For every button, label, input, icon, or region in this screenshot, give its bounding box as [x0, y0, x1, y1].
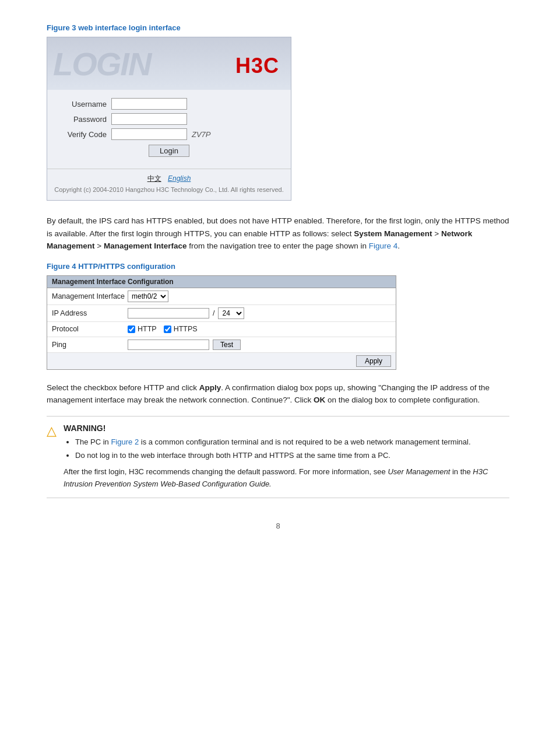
test-button[interactable]: Test [213, 340, 241, 350]
config-row-interface: Management Interface meth0/2 [47, 288, 396, 305]
login-box: LOGIN H3C Username Password Verify Code … [47, 37, 291, 201]
lang-zh[interactable]: 中文 [147, 174, 161, 183]
config-row-ping: Ping Test [47, 337, 396, 352]
verify-code-value: ZV7P [192, 130, 211, 139]
username-row: Username [59, 98, 279, 110]
h3c-logo: H3C [235, 54, 279, 78]
login-button[interactable]: Login [149, 145, 189, 157]
login-form-area: Username Password Verify Code ZV7P Login [47, 90, 291, 169]
http-checkbox[interactable] [128, 326, 135, 333]
password-label: Password [59, 115, 111, 124]
http-text: HTTP [138, 325, 157, 333]
password-input[interactable] [111, 113, 187, 125]
apply-row: Apply [47, 352, 396, 369]
config-label-interface: Management Interface [52, 292, 128, 300]
figure2-link[interactable]: Figure 2 [111, 438, 139, 446]
config-value-interface[interactable]: meth0/2 [128, 290, 391, 302]
user-management-ref: User Management [388, 467, 450, 476]
https-label[interactable]: HTTPS [164, 325, 198, 333]
verify-code-input[interactable] [111, 128, 187, 140]
warning-note: After the first login, H3C recommends ch… [64, 466, 509, 491]
login-btn-row: Login [59, 145, 279, 157]
nav-management-interface: Management Interface [104, 242, 187, 250]
username-input[interactable] [111, 98, 187, 110]
config-label-protocol: Protocol [52, 325, 128, 333]
config-table-header: Management Interface Configuration [47, 276, 396, 288]
figure4-caption: Figure 4 HTTP/HTTPS configuration [47, 262, 509, 271]
copyright: Copyright (c) 2004-2010 Hangzhou H3C Tec… [53, 186, 285, 193]
password-row: Password [59, 113, 279, 125]
nav-system-management: System Management [354, 229, 432, 238]
interface-select[interactable]: meth0/2 [128, 290, 168, 302]
warning-list: The PC in Figure 2 is a common configura… [64, 436, 509, 461]
verify-code-label: Verify Code [59, 130, 111, 139]
figure4-link[interactable]: Figure 4 [369, 242, 398, 250]
ping-input[interactable] [128, 340, 209, 350]
verify-code-row: Verify Code ZV7P [59, 128, 279, 140]
config-table-body: Management Interface meth0/2 IP Address … [47, 288, 396, 352]
lang-en[interactable]: English [168, 174, 191, 183]
config-value-protocol: HTTP HTTPS [128, 325, 391, 333]
login-bg-text: LOGIN [53, 45, 150, 83]
username-label: Username [59, 100, 111, 108]
warning-title: WARNING! [64, 424, 509, 433]
config-row-protocol: Protocol HTTP HTTPS [47, 322, 396, 337]
warning-item-2: Do not log in to the web interface throu… [75, 450, 509, 461]
ip-address-input[interactable] [128, 308, 209, 318]
apply-text-ref: Apply [199, 383, 221, 392]
body-paragraph2: Select the checkbox before HTTP and clic… [47, 382, 509, 407]
https-text: HTTPS [174, 325, 198, 333]
https-checkbox[interactable] [164, 326, 171, 333]
login-header: LOGIN H3C [47, 37, 291, 90]
login-footer: 中文 English Copyright (c) 2004-2010 Hangz… [47, 169, 291, 200]
config-row-ip: IP Address / 24 8 16 32 [47, 305, 396, 322]
slash-separator: / [213, 309, 214, 317]
config-table-wrap: Management Interface Configuration Manag… [47, 275, 396, 370]
warning-box: △ WARNING! The PC in Figure 2 is a commo… [47, 416, 509, 498]
ok-text-ref: OK [314, 396, 325, 404]
config-value-ip: / 24 8 16 32 [128, 307, 391, 319]
apply-button[interactable]: Apply [356, 355, 391, 367]
body-paragraph1: By default, the IPS card has HTTPS enabl… [47, 215, 509, 253]
warning-icon: △ [47, 424, 57, 491]
prefix-length-select[interactable]: 24 8 16 32 [218, 307, 244, 319]
warning-content: WARNING! The PC in Figure 2 is a common … [64, 424, 509, 491]
figure3-caption: Figure 3 web interface login interface [47, 23, 509, 32]
warning-item-1: The PC in Figure 2 is a common configura… [75, 436, 509, 448]
config-label-ping: Ping [52, 341, 128, 349]
http-label[interactable]: HTTP [128, 325, 157, 333]
config-value-ping: Test [128, 340, 391, 350]
page-number: 8 [47, 522, 509, 530]
config-label-ip: IP Address [52, 309, 128, 317]
